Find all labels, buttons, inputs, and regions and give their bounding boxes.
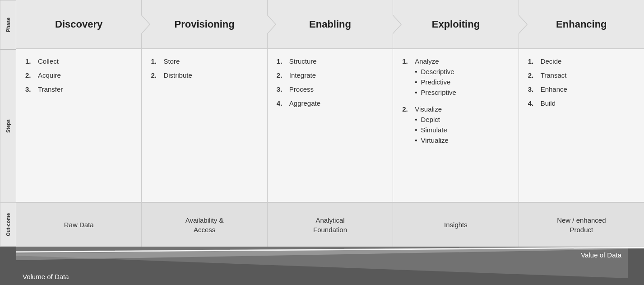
outcome-cell-availability: Availability & Access: [142, 203, 267, 247]
list-item: 4.Build: [528, 99, 635, 107]
content-columns: Discovery Provisioning Enabling Exploiti…: [16, 0, 644, 247]
arrow-4: [519, 15, 527, 33]
list-item: Predictive: [415, 78, 456, 86]
list-item: 2.Visualize Depict Simulate Virtualize: [402, 105, 509, 147]
phase-label-enabling: Enabling: [309, 19, 351, 30]
phase-cell-enabling: Enabling: [268, 0, 393, 48]
phase-cell-discovery: Discovery: [16, 0, 142, 48]
steps-cell-discovery: 1.Collect 2.Acquire 3.Transfer: [16, 49, 142, 202]
arrow-2: [267, 15, 275, 33]
list-item: 1.Store: [151, 57, 258, 65]
outcome-label: Out-come: [0, 203, 16, 247]
list-item: 3.Enhance: [528, 85, 635, 93]
outcome-cell-raw-data: Raw Data: [16, 203, 142, 247]
steps-cell-enabling: 1.Structure 2.Integrate 3.Process 4.Aggr…: [268, 49, 393, 202]
list-item: 2.Distribute: [151, 71, 258, 79]
steps-label: Steps: [0, 49, 16, 203]
steps-cell-exploiting: 1.Analyze Descriptive Predictive Prescri…: [393, 49, 519, 202]
list-item: 4.Aggregate: [277, 99, 384, 107]
arrow-1: [141, 15, 149, 33]
bottom-bar-inner: Volume of Data Value of Data: [0, 247, 644, 285]
phase-label-enhancing: Enhancing: [556, 19, 607, 30]
phase-label: Phase: [0, 0, 16, 49]
list-item: 1.Structure: [277, 57, 384, 65]
list-item: 2.Integrate: [277, 71, 384, 79]
bottom-bar-svg: [0, 247, 644, 285]
phase-label-discovery: Discovery: [55, 19, 102, 30]
list-item: Descriptive: [415, 68, 456, 75]
phase-cell-enhancing: Enhancing: [519, 0, 644, 48]
steps-cell-enhancing: 1.Decide 2.Transact 3.Enhance 4.Build: [519, 49, 644, 202]
list-item: 2.Acquire: [25, 71, 132, 79]
list-item: 3.Process: [277, 85, 384, 93]
list-item: 1.Analyze Descriptive Predictive Prescri…: [402, 57, 509, 99]
outcome-cell-analytical: Analytical Foundation: [268, 203, 393, 247]
bottom-bar: Volume of Data Value of Data: [0, 247, 644, 285]
list-item: 1.Collect: [25, 57, 132, 65]
list-item: Prescriptive: [415, 89, 456, 96]
steps-row: 1.Collect 2.Acquire 3.Transfer 1.Store 2…: [16, 49, 644, 203]
outcome-cell-insights: Insights: [393, 203, 519, 247]
steps-cell-provisioning: 1.Store 2.Distribute: [142, 49, 267, 202]
phase-cell-exploiting: Exploiting: [393, 0, 519, 48]
list-item: 1.Decide: [528, 57, 635, 65]
value-label: Value of Data: [581, 251, 621, 259]
list-item: Simulate: [415, 126, 449, 134]
list-item: 3.Transfer: [25, 85, 132, 93]
phase-row: Discovery Provisioning Enabling Exploiti…: [16, 0, 644, 49]
outcome-cell-new-product: New / enhanced Product: [519, 203, 644, 247]
list-item: Virtualize: [415, 136, 449, 144]
list-item: 2.Transact: [528, 71, 635, 79]
volume-label: Volume of Data: [23, 273, 69, 280]
phase-cell-provisioning: Provisioning: [142, 0, 267, 48]
list-item: Depict: [415, 116, 449, 123]
arrow-3: [393, 15, 401, 33]
table-area: Phase Steps Out-come Discovery Provision…: [0, 0, 644, 247]
label-column: Phase Steps Out-come: [0, 0, 16, 247]
phase-label-exploiting: Exploiting: [432, 19, 480, 30]
outcome-row: Raw Data Availability & Access Analytica…: [16, 203, 644, 247]
phase-label-provisioning: Provisioning: [174, 19, 234, 30]
main-container: Phase Steps Out-come Discovery Provision…: [0, 0, 644, 285]
